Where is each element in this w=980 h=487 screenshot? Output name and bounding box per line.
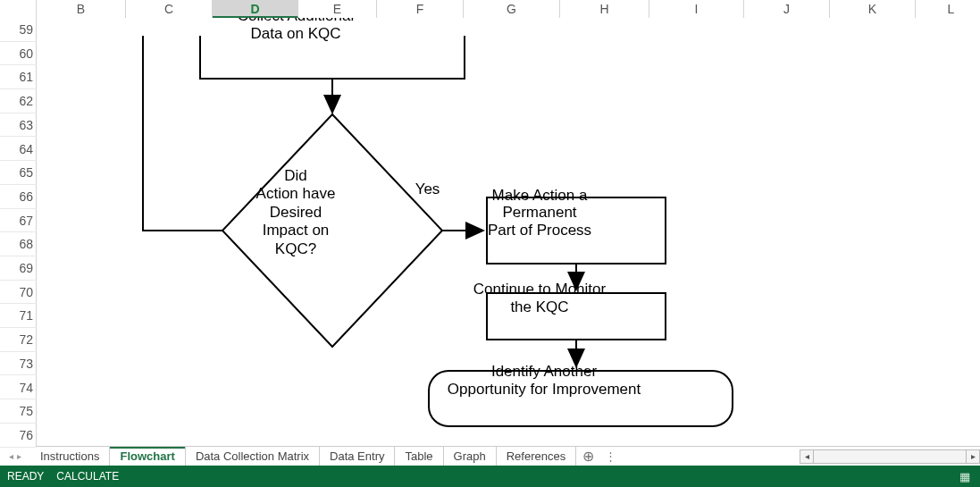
svg-rect-0 xyxy=(200,36,465,79)
collect-text-1: Collect Additional xyxy=(238,18,354,25)
row-header-71[interactable]: 71 xyxy=(0,304,37,328)
col-header-G[interactable]: G xyxy=(464,0,560,18)
tab-nav-first-icon[interactable]: ◂ xyxy=(9,452,13,461)
col-header-H[interactable]: H xyxy=(560,0,649,18)
sheet-tab-graph[interactable]: Graph xyxy=(444,447,497,466)
sheet-tab-table[interactable]: Table xyxy=(395,447,443,466)
sheet-tab-references[interactable]: References xyxy=(497,447,576,466)
sheet-tab-instructions[interactable]: Instructions xyxy=(30,447,110,466)
status-ready: READY xyxy=(7,470,44,483)
sheet-tab-data-entry[interactable]: Data Entry xyxy=(320,447,395,466)
horizontal-scrollbar[interactable]: ◂ ▸ xyxy=(800,449,980,465)
flow-decision: Did Action have Desired Impact on KQC? xyxy=(222,152,370,273)
row-header-70[interactable]: 70 xyxy=(0,281,37,305)
svg-rect-7 xyxy=(429,371,733,426)
row-header-64[interactable]: 64 xyxy=(0,138,37,162)
row-header-65[interactable]: 65 xyxy=(0,161,37,185)
svg-rect-3 xyxy=(487,197,666,264)
col-header-F[interactable]: F xyxy=(377,0,464,18)
select-all-corner[interactable] xyxy=(0,0,37,18)
row-header-67[interactable]: 67 xyxy=(0,209,37,233)
col-header-D[interactable]: D xyxy=(213,0,298,18)
flow-box-identify: Identify Another Opportunity for Improve… xyxy=(392,353,696,408)
row-header-59[interactable]: 59 xyxy=(0,18,37,42)
row-header-63[interactable]: 63 xyxy=(0,113,37,138)
row-header-68[interactable]: 68 xyxy=(0,232,37,256)
tab-bar-menu-icon[interactable]: ⋮ xyxy=(599,449,622,463)
cells-area[interactable]: Collect Additional Data on KQC Did Actio… xyxy=(37,18,980,447)
sheet-tab-bar: ◂ ▸ InstructionsFlowchartData Collection… xyxy=(0,446,980,466)
col-header-E[interactable]: E xyxy=(298,0,377,18)
status-bar: READY CALCULATE ▦ xyxy=(0,466,980,487)
col-header-C[interactable]: C xyxy=(126,0,213,18)
column-headers[interactable]: BCDEFGHIJKL xyxy=(0,0,980,18)
sheet-tab-flowchart[interactable]: Flowchart xyxy=(110,447,185,466)
row-headers[interactable]: 596061626364656667686970717273747576 xyxy=(0,18,37,447)
row-header-74[interactable]: 74 xyxy=(0,376,37,400)
status-calculate: CALCULATE xyxy=(56,470,119,483)
col-header-B[interactable]: B xyxy=(37,0,126,18)
row-header-76[interactable]: 76 xyxy=(0,424,37,448)
hscroll-left-icon[interactable]: ◂ xyxy=(800,449,814,464)
row-header-75[interactable]: 75 xyxy=(0,399,37,424)
hscroll-right-icon[interactable]: ▸ xyxy=(966,449,980,464)
flow-box-continue-monitor: Continue to Monitor the KQC xyxy=(450,275,629,322)
add-sheet-button[interactable]: ⊕ xyxy=(576,448,599,466)
col-header-J[interactable]: J xyxy=(744,0,830,18)
flow-box-make-permanent: Make Action a Permanent Part of Process xyxy=(450,180,629,246)
view-normal-icon[interactable]: ▦ xyxy=(957,469,973,483)
col-header-L[interactable]: L xyxy=(916,0,980,18)
sheet-tabs: InstructionsFlowchartData Collection Mat… xyxy=(30,447,576,466)
flow-label-yes: Yes xyxy=(407,181,448,198)
row-header-61[interactable]: 61 xyxy=(0,65,37,89)
flow-box-collect: Collect Additional Data on KQC xyxy=(163,18,428,57)
row-header-66[interactable]: 66 xyxy=(0,185,37,209)
row-header-60[interactable]: 60 xyxy=(0,42,37,66)
flowchart-drawing xyxy=(73,36,980,447)
hscroll-track[interactable] xyxy=(814,449,966,464)
spreadsheet-grid[interactable]: BCDEFGHIJKL 5960616263646566676869707172… xyxy=(0,0,980,447)
tab-nav-prev-icon[interactable]: ▸ xyxy=(17,452,21,461)
svg-rect-5 xyxy=(487,293,666,340)
col-header-I[interactable]: I xyxy=(649,0,744,18)
row-header-69[interactable]: 69 xyxy=(0,256,37,281)
tab-nav: ◂ ▸ xyxy=(0,452,30,461)
col-header-K[interactable]: K xyxy=(830,0,916,18)
sheet-tab-data-collection-matrix[interactable]: Data Collection Matrix xyxy=(186,447,320,466)
row-header-72[interactable]: 72 xyxy=(0,328,37,352)
row-header-73[interactable]: 73 xyxy=(0,352,37,376)
row-header-62[interactable]: 62 xyxy=(0,89,37,113)
collect-text-2: Data on KQC xyxy=(250,25,340,43)
